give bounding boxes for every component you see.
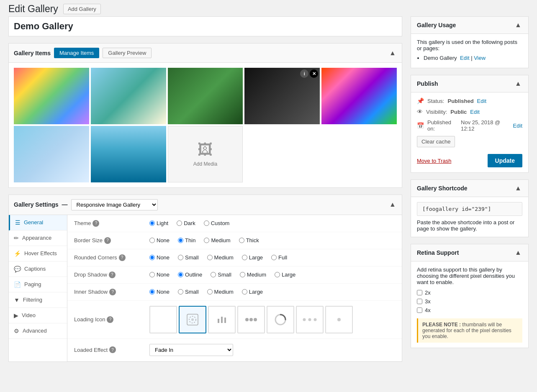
visibility-edit-link[interactable]: Edit	[470, 109, 479, 115]
loading-icon-option-dots[interactable]	[237, 306, 265, 333]
gallery-preview-tab[interactable]: Gallery Preview	[103, 48, 152, 58]
inner-shadow-small-option[interactable]: Small	[178, 289, 199, 295]
svg-point-2	[191, 318, 194, 321]
border-medium-option[interactable]: Medium	[204, 237, 230, 243]
gallery-item[interactable]	[91, 68, 166, 124]
rounded-large-option[interactable]: Large	[242, 254, 263, 261]
drop-shadow-help-icon[interactable]: ?	[109, 272, 116, 278]
sidebar-item-label: General	[24, 219, 43, 225]
move-to-trash-button[interactable]: Move to Trash	[417, 158, 451, 164]
gallery-type-select[interactable]: Responsive Image Gallery	[71, 199, 158, 210]
theme-row: Theme ? Light Dark	[67, 215, 402, 232]
sidebar-item-label: Paging	[24, 281, 41, 287]
loading-icon-option-single-dot[interactable]	[325, 306, 353, 333]
gallery-item[interactable]: i ✕	[244, 68, 320, 124]
rounded-full-option[interactable]: Full	[271, 254, 287, 261]
loading-icon-help-icon[interactable]: ?	[107, 316, 113, 323]
gallery-item[interactable]	[14, 126, 89, 182]
loaded-effect-select[interactable]: Fade In Slide In None	[149, 344, 233, 356]
gallery-usage-description: This gallery is used on the following po…	[417, 39, 522, 51]
gallery-item[interactable]	[321, 68, 397, 124]
retina-4x-option[interactable]: 4x	[417, 307, 522, 313]
rounded-corners-label: Rounded Corners	[74, 254, 117, 261]
shortcode-panel: Gallery Shortcode ▲ [foogallery id="239"…	[411, 179, 529, 237]
general-icon: ☰	[15, 219, 21, 226]
retina-3x-checkbox[interactable]	[417, 299, 422, 304]
theme-custom-option[interactable]: Custom	[204, 220, 230, 226]
sidebar-item-hover-effects[interactable]: ⚡ Hover Effects	[9, 246, 67, 261]
gallery-item[interactable]	[168, 68, 243, 124]
shadow-large-option[interactable]: Large	[275, 272, 295, 278]
shortcode-value[interactable]: [foogallery id="239"]	[417, 202, 522, 216]
loading-icon-option-bars[interactable]	[208, 306, 236, 333]
publish-collapse-button[interactable]: ▲	[514, 79, 522, 88]
info-badge[interactable]: i	[300, 69, 308, 78]
shortcode-body: [foogallery id="239"] Paste the above sh…	[411, 197, 528, 237]
sidebar-item-appearance[interactable]: ✏ Appearance	[9, 231, 67, 246]
status-edit-link[interactable]: Edit	[477, 98, 486, 104]
usage-item-edit-link[interactable]: Edit	[460, 55, 469, 61]
border-size-help-icon[interactable]: ?	[104, 237, 111, 244]
loaded-effect-help-icon[interactable]: ?	[109, 346, 116, 353]
shadow-small-option[interactable]: Small	[211, 272, 231, 278]
retina-2x-option[interactable]: 2x	[417, 290, 522, 296]
rounded-corners-help-icon[interactable]: ?	[119, 254, 126, 261]
inner-shadow-none-option[interactable]: None	[149, 289, 170, 295]
sidebar-item-captions[interactable]: 💬 Captions	[9, 261, 67, 277]
rounded-none-option[interactable]: None	[149, 254, 170, 261]
inner-shadow-help-icon[interactable]: ?	[109, 289, 116, 295]
rounded-small-option[interactable]: Small	[178, 254, 199, 261]
shadow-medium-option[interactable]: Medium	[240, 272, 266, 278]
add-gallery-button[interactable]: Add Gallery	[63, 4, 101, 14]
inner-shadow-medium-option[interactable]: Medium	[207, 289, 234, 295]
gallery-item[interactable]	[91, 126, 166, 182]
border-none-option[interactable]: None	[149, 237, 170, 243]
add-media-item[interactable]: 🖼 Add Media	[168, 126, 243, 182]
settings-sidebar: ☰ General ✏ Appearance ⚡ Hover Effects	[9, 215, 67, 361]
sidebar-item-advanced[interactable]: ⚙ Advanced	[9, 323, 67, 339]
retina-2x-checkbox[interactable]	[417, 290, 422, 295]
settings-collapse-button[interactable]: ▲	[388, 200, 397, 209]
retina-3x-option[interactable]: 3x	[417, 298, 522, 305]
retina-4x-checkbox[interactable]	[417, 307, 422, 313]
gallery-items-header: Gallery Items Manage Items Gallery Previ…	[9, 44, 402, 63]
sidebar-item-paging[interactable]: 📄 Paging	[9, 277, 67, 292]
manage-items-tab[interactable]: Manage Items	[54, 48, 99, 58]
gallery-usage-title: Gallery Usage	[417, 22, 456, 28]
retina-collapse-button[interactable]: ▲	[514, 249, 522, 257]
update-button[interactable]: Update	[488, 154, 522, 167]
inner-shadow-large-option[interactable]: Large	[242, 289, 263, 295]
theme-light-option[interactable]: Light	[149, 220, 168, 226]
gallery-items-collapse-button[interactable]: ▲	[388, 49, 397, 57]
loaded-effect-label: Loaded Effect	[74, 347, 108, 353]
shadow-outline-option[interactable]: Outline	[178, 272, 202, 278]
theme-dark-option[interactable]: Dark	[177, 220, 195, 226]
sidebar-item-general[interactable]: ☰ General	[9, 215, 67, 231]
usage-item-label: Demo Gallery	[424, 55, 457, 61]
loading-icon-option-ring[interactable]	[267, 306, 294, 333]
publish-title: Publish	[417, 80, 438, 87]
border-thick-option[interactable]: Thick	[239, 237, 259, 243]
shadow-none-option[interactable]: None	[149, 272, 170, 278]
sidebar-item-video[interactable]: ▶ Video	[9, 308, 67, 323]
drop-shadow-label: Drop Shadow	[74, 272, 107, 278]
sidebar-item-filtering[interactable]: ▼ Filtering	[9, 292, 67, 308]
shortcode-collapse-button[interactable]: ▲	[514, 184, 522, 192]
usage-item-view-link[interactable]: View	[474, 55, 486, 61]
border-thin-option[interactable]: Thin	[178, 237, 195, 243]
rounded-medium-option[interactable]: Medium	[207, 254, 234, 261]
svg-point-11	[308, 318, 311, 321]
clear-cache-button[interactable]: Clear cache	[417, 136, 455, 147]
gallery-item[interactable]	[14, 68, 89, 124]
theme-help-icon[interactable]: ?	[92, 220, 99, 227]
close-badge[interactable]: ✕	[310, 69, 318, 78]
gallery-name-input[interactable]	[14, 21, 397, 32]
loading-icon-option-blank[interactable]	[149, 306, 177, 333]
gallery-usage-collapse-button[interactable]: ▲	[514, 21, 522, 29]
inner-shadow-label: Inner Shadow	[74, 289, 108, 295]
loading-icon-option-dots2[interactable]	[296, 306, 324, 333]
svg-point-13	[337, 318, 341, 321]
loading-icon-option-spin[interactable]	[179, 306, 206, 333]
status-value: Published	[447, 98, 473, 104]
published-edit-link[interactable]: Edit	[513, 123, 522, 129]
